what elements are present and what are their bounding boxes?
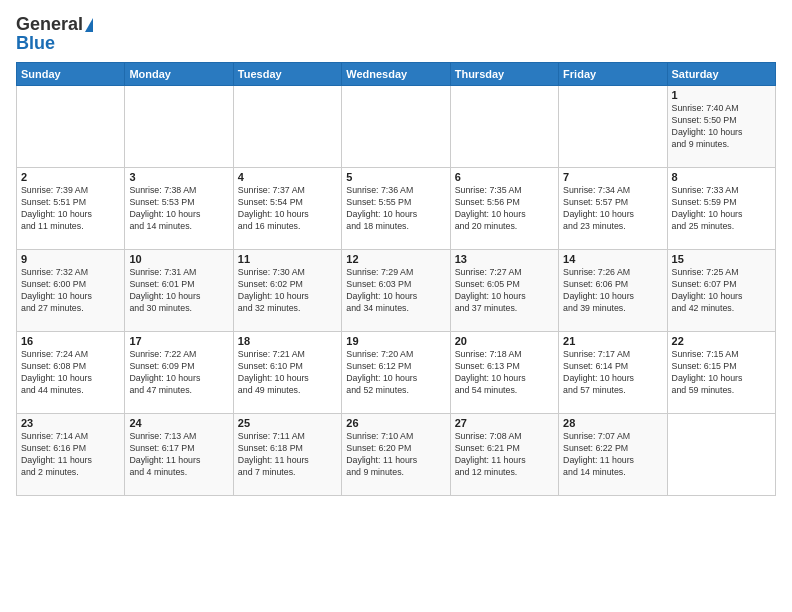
calendar-cell: 20Sunrise: 7:18 AMSunset: 6:13 PMDayligh… xyxy=(450,332,558,414)
day-info: Sunrise: 7:18 AMSunset: 6:13 PMDaylight:… xyxy=(455,349,554,397)
day-info: Sunrise: 7:39 AMSunset: 5:51 PMDaylight:… xyxy=(21,185,120,233)
day-number: 7 xyxy=(563,171,662,183)
calendar-cell: 12Sunrise: 7:29 AMSunset: 6:03 PMDayligh… xyxy=(342,250,450,332)
day-number: 11 xyxy=(238,253,337,265)
weekday-header-wednesday: Wednesday xyxy=(342,63,450,86)
day-number: 25 xyxy=(238,417,337,429)
weekday-header-sunday: Sunday xyxy=(17,63,125,86)
day-info: Sunrise: 7:29 AMSunset: 6:03 PMDaylight:… xyxy=(346,267,445,315)
day-info: Sunrise: 7:11 AMSunset: 6:18 PMDaylight:… xyxy=(238,431,337,479)
day-info: Sunrise: 7:26 AMSunset: 6:06 PMDaylight:… xyxy=(563,267,662,315)
calendar-cell: 13Sunrise: 7:27 AMSunset: 6:05 PMDayligh… xyxy=(450,250,558,332)
day-info: Sunrise: 7:38 AMSunset: 5:53 PMDaylight:… xyxy=(129,185,228,233)
calendar-cell xyxy=(342,86,450,168)
day-number: 14 xyxy=(563,253,662,265)
day-info: Sunrise: 7:31 AMSunset: 6:01 PMDaylight:… xyxy=(129,267,228,315)
calendar-cell: 5Sunrise: 7:36 AMSunset: 5:55 PMDaylight… xyxy=(342,168,450,250)
calendar-cell: 16Sunrise: 7:24 AMSunset: 6:08 PMDayligh… xyxy=(17,332,125,414)
page: General Blue SundayMondayTuesdayWednesda… xyxy=(0,0,792,612)
weekday-header-monday: Monday xyxy=(125,63,233,86)
day-number: 20 xyxy=(455,335,554,347)
day-number: 17 xyxy=(129,335,228,347)
day-info: Sunrise: 7:08 AMSunset: 6:21 PMDaylight:… xyxy=(455,431,554,479)
calendar-cell: 10Sunrise: 7:31 AMSunset: 6:01 PMDayligh… xyxy=(125,250,233,332)
day-number: 13 xyxy=(455,253,554,265)
weekday-header-friday: Friday xyxy=(559,63,667,86)
day-number: 26 xyxy=(346,417,445,429)
weekday-header-row: SundayMondayTuesdayWednesdayThursdayFrid… xyxy=(17,63,776,86)
logo: General Blue xyxy=(16,14,93,54)
calendar-cell: 19Sunrise: 7:20 AMSunset: 6:12 PMDayligh… xyxy=(342,332,450,414)
calendar-cell: 21Sunrise: 7:17 AMSunset: 6:14 PMDayligh… xyxy=(559,332,667,414)
calendar-cell: 2Sunrise: 7:39 AMSunset: 5:51 PMDaylight… xyxy=(17,168,125,250)
day-number: 22 xyxy=(672,335,771,347)
day-info: Sunrise: 7:37 AMSunset: 5:54 PMDaylight:… xyxy=(238,185,337,233)
weekday-header-tuesday: Tuesday xyxy=(233,63,341,86)
calendar-cell: 28Sunrise: 7:07 AMSunset: 6:22 PMDayligh… xyxy=(559,414,667,496)
day-info: Sunrise: 7:33 AMSunset: 5:59 PMDaylight:… xyxy=(672,185,771,233)
calendar-cell: 17Sunrise: 7:22 AMSunset: 6:09 PMDayligh… xyxy=(125,332,233,414)
day-info: Sunrise: 7:22 AMSunset: 6:09 PMDaylight:… xyxy=(129,349,228,397)
header: General Blue xyxy=(16,14,776,54)
calendar-cell xyxy=(667,414,775,496)
day-info: Sunrise: 7:13 AMSunset: 6:17 PMDaylight:… xyxy=(129,431,228,479)
day-info: Sunrise: 7:07 AMSunset: 6:22 PMDaylight:… xyxy=(563,431,662,479)
calendar-cell: 8Sunrise: 7:33 AMSunset: 5:59 PMDaylight… xyxy=(667,168,775,250)
logo-triangle-icon xyxy=(85,18,93,32)
calendar-cell xyxy=(125,86,233,168)
day-number: 10 xyxy=(129,253,228,265)
day-info: Sunrise: 7:40 AMSunset: 5:50 PMDaylight:… xyxy=(672,103,771,151)
day-info: Sunrise: 7:15 AMSunset: 6:15 PMDaylight:… xyxy=(672,349,771,397)
day-info: Sunrise: 7:25 AMSunset: 6:07 PMDaylight:… xyxy=(672,267,771,315)
day-number: 12 xyxy=(346,253,445,265)
day-number: 15 xyxy=(672,253,771,265)
week-row-3: 9Sunrise: 7:32 AMSunset: 6:00 PMDaylight… xyxy=(17,250,776,332)
day-info: Sunrise: 7:34 AMSunset: 5:57 PMDaylight:… xyxy=(563,185,662,233)
calendar-cell: 15Sunrise: 7:25 AMSunset: 6:07 PMDayligh… xyxy=(667,250,775,332)
day-info: Sunrise: 7:14 AMSunset: 6:16 PMDaylight:… xyxy=(21,431,120,479)
day-number: 21 xyxy=(563,335,662,347)
calendar-cell xyxy=(17,86,125,168)
week-row-1: 1Sunrise: 7:40 AMSunset: 5:50 PMDaylight… xyxy=(17,86,776,168)
calendar-cell: 24Sunrise: 7:13 AMSunset: 6:17 PMDayligh… xyxy=(125,414,233,496)
calendar-cell: 23Sunrise: 7:14 AMSunset: 6:16 PMDayligh… xyxy=(17,414,125,496)
day-number: 24 xyxy=(129,417,228,429)
calendar-cell: 1Sunrise: 7:40 AMSunset: 5:50 PMDaylight… xyxy=(667,86,775,168)
day-number: 28 xyxy=(563,417,662,429)
day-info: Sunrise: 7:20 AMSunset: 6:12 PMDaylight:… xyxy=(346,349,445,397)
calendar-cell: 11Sunrise: 7:30 AMSunset: 6:02 PMDayligh… xyxy=(233,250,341,332)
calendar-cell: 6Sunrise: 7:35 AMSunset: 5:56 PMDaylight… xyxy=(450,168,558,250)
calendar-cell: 7Sunrise: 7:34 AMSunset: 5:57 PMDaylight… xyxy=(559,168,667,250)
day-info: Sunrise: 7:10 AMSunset: 6:20 PMDaylight:… xyxy=(346,431,445,479)
day-number: 5 xyxy=(346,171,445,183)
calendar: SundayMondayTuesdayWednesdayThursdayFrid… xyxy=(16,62,776,496)
calendar-cell: 25Sunrise: 7:11 AMSunset: 6:18 PMDayligh… xyxy=(233,414,341,496)
logo-blue: Blue xyxy=(16,33,55,54)
day-info: Sunrise: 7:35 AMSunset: 5:56 PMDaylight:… xyxy=(455,185,554,233)
calendar-cell: 26Sunrise: 7:10 AMSunset: 6:20 PMDayligh… xyxy=(342,414,450,496)
week-row-2: 2Sunrise: 7:39 AMSunset: 5:51 PMDaylight… xyxy=(17,168,776,250)
calendar-cell xyxy=(450,86,558,168)
weekday-header-thursday: Thursday xyxy=(450,63,558,86)
day-number: 3 xyxy=(129,171,228,183)
day-info: Sunrise: 7:24 AMSunset: 6:08 PMDaylight:… xyxy=(21,349,120,397)
day-info: Sunrise: 7:32 AMSunset: 6:00 PMDaylight:… xyxy=(21,267,120,315)
day-number: 19 xyxy=(346,335,445,347)
calendar-cell: 4Sunrise: 7:37 AMSunset: 5:54 PMDaylight… xyxy=(233,168,341,250)
day-number: 27 xyxy=(455,417,554,429)
day-info: Sunrise: 7:21 AMSunset: 6:10 PMDaylight:… xyxy=(238,349,337,397)
logo-general: General xyxy=(16,14,83,35)
day-number: 8 xyxy=(672,171,771,183)
calendar-cell: 22Sunrise: 7:15 AMSunset: 6:15 PMDayligh… xyxy=(667,332,775,414)
day-number: 23 xyxy=(21,417,120,429)
day-number: 6 xyxy=(455,171,554,183)
day-info: Sunrise: 7:30 AMSunset: 6:02 PMDaylight:… xyxy=(238,267,337,315)
calendar-cell: 9Sunrise: 7:32 AMSunset: 6:00 PMDaylight… xyxy=(17,250,125,332)
day-number: 4 xyxy=(238,171,337,183)
calendar-cell: 27Sunrise: 7:08 AMSunset: 6:21 PMDayligh… xyxy=(450,414,558,496)
calendar-cell: 14Sunrise: 7:26 AMSunset: 6:06 PMDayligh… xyxy=(559,250,667,332)
calendar-cell xyxy=(559,86,667,168)
calendar-cell xyxy=(233,86,341,168)
day-info: Sunrise: 7:27 AMSunset: 6:05 PMDaylight:… xyxy=(455,267,554,315)
day-number: 1 xyxy=(672,89,771,101)
